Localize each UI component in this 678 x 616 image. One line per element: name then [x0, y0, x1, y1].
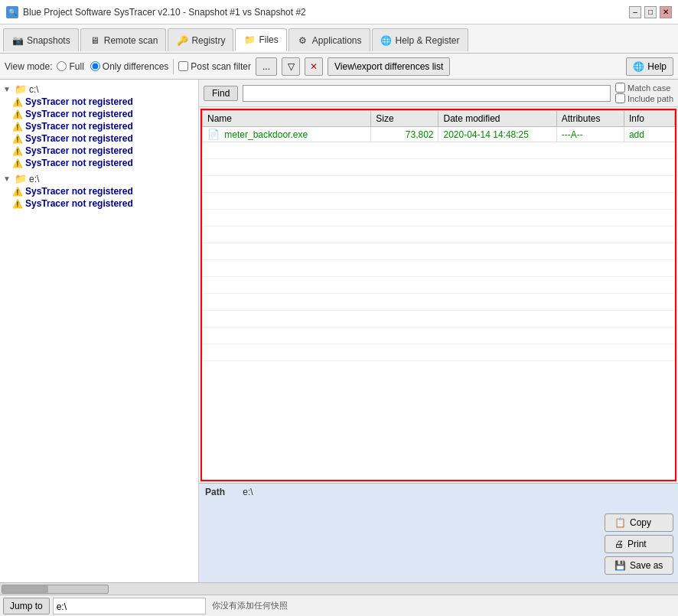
view-mode-label: View mode: — [5, 61, 52, 72]
table-row-empty-7 — [203, 243, 675, 260]
path-panel: Path e:\ 📋 Copy 🖨 Print 💾 Save as — [199, 483, 678, 582]
applications-icon: ⚙ — [297, 34, 309, 47]
scrollbar-track[interactable] — [2, 585, 109, 594]
find-input[interactable] — [243, 85, 611, 102]
file-exe-icon: 📄 — [207, 129, 220, 140]
file-info-value: add — [629, 129, 644, 140]
warning-icon: ⚠️ — [12, 134, 23, 144]
table-row-empty-11 — [203, 311, 675, 328]
file-name-value: meter_backdoor.exe — [224, 129, 308, 140]
table-row-empty-12 — [203, 328, 675, 344]
save-icon: 💾 — [614, 560, 626, 571]
warning-icon: ⚠️ — [12, 158, 23, 168]
file-size-value: 73,802 — [406, 129, 434, 140]
files-icon: 📁 — [243, 34, 256, 46]
tab-snapshots[interactable]: 📷 Snapshots — [3, 28, 79, 51]
tab-help[interactable]: 🌐 Help & Register — [372, 28, 468, 51]
tree-item-c-child-2[interactable]: ⚠️ SysTracer not registered — [0, 108, 198, 120]
tree-label-e1: SysTracer not registered — [25, 186, 133, 197]
view-mode-radio-group: Full Only differences — [57, 61, 168, 72]
tree-item-e-child-2[interactable]: ⚠️ SysTracer not registered — [0, 197, 198, 210]
save-as-button[interactable]: 💾 Save as — [605, 556, 673, 575]
radio-differences[interactable]: Only differences — [90, 61, 169, 72]
view-export-button[interactable]: View\export differences list — [328, 57, 450, 76]
table-row-empty-2 — [203, 159, 675, 176]
print-icon: 🖨 — [614, 539, 624, 549]
close-button[interactable]: ✕ — [660, 6, 672, 18]
warning-icon: ⚠️ — [12, 122, 23, 132]
warning-icon: ⚠️ — [12, 97, 23, 107]
tab-applications-label: Applications — [312, 35, 362, 46]
table-row-empty-1 — [203, 142, 675, 159]
toolbar: View mode: Full Only differences Post sc… — [0, 54, 678, 80]
ellipsis-button[interactable]: ... — [256, 57, 277, 76]
table-row-empty-5 — [203, 210, 675, 227]
tree-label-c1: SysTracer not registered — [25, 96, 133, 107]
col-header-size: Size — [371, 111, 438, 127]
tree-item-c-child-6[interactable]: ⚠️ SysTracer not registered — [0, 157, 198, 169]
warning-icon: ⚠️ — [12, 146, 23, 156]
tab-applications[interactable]: ⚙ Applications — [288, 28, 370, 51]
right-panel: Find Match case Include path — [199, 80, 678, 582]
maximize-button[interactable]: □ — [644, 6, 657, 18]
warning-icon: ⚠️ — [12, 109, 23, 119]
file-attr-value: ---A-- — [562, 129, 583, 140]
app-icon: 🔍 — [6, 6, 18, 18]
file-table-wrapper: Name Size Date modified Attributes Info … — [200, 109, 676, 481]
window-title: Blue Project Software SysTracer v2.10 - … — [23, 7, 306, 18]
table-row[interactable]: 📄 meter_backdoor.exe 73,802 2020-04-14 1… — [203, 127, 675, 142]
table-row-empty-9 — [203, 277, 675, 294]
tab-registry-label: Registry — [191, 35, 225, 46]
folder-icon-e: 📁 — [15, 173, 27, 184]
tree-item-c-drive[interactable]: ▼ 📁 c:\ — [0, 83, 198, 96]
remote-scan-icon: 🖥 — [89, 34, 101, 47]
match-case-checkbox[interactable]: Match case — [615, 83, 673, 93]
print-button[interactable]: 🖨 Print — [605, 535, 673, 553]
warning-icon: ⚠️ — [12, 199, 23, 209]
scrollbar-thumb[interactable] — [2, 585, 48, 593]
table-row-empty-8 — [203, 260, 675, 277]
radio-full[interactable]: Full — [57, 61, 83, 72]
tab-files[interactable]: 📁 Files — [235, 28, 286, 51]
clear-filter-button[interactable]: ✕ — [305, 57, 323, 76]
file-date-value: 2020-04-14 14:48:25 — [443, 129, 528, 140]
tree-item-e-child-1[interactable]: ⚠️ SysTracer not registered — [0, 185, 198, 197]
tree-toggle-c[interactable]: ▼ — [3, 85, 12, 93]
tree-label-c6: SysTracer not registered — [25, 158, 133, 168]
copy-button[interactable]: 📋 Copy — [605, 513, 673, 532]
tab-registry[interactable]: 🔑 Registry — [168, 28, 233, 51]
help-toolbar-icon: 🌐 — [633, 61, 644, 72]
find-checkboxes: Match case Include path — [615, 83, 673, 103]
menu-bar: 📷 Snapshots 🖥 Remote scan 🔑 Registry 📁 F… — [0, 24, 678, 54]
path-label: Path — [205, 487, 225, 497]
tree-item-c-child-4[interactable]: ⚠️ SysTracer not registered — [0, 132, 198, 145]
registry-icon: 🔑 — [176, 34, 188, 47]
file-name-cell: 📄 meter_backdoor.exe — [203, 127, 371, 142]
table-row-empty-6 — [203, 227, 675, 243]
tree-label-c: c:\ — [29, 84, 39, 95]
file-info-cell: add — [624, 127, 674, 142]
current-path-display: e:\ — [53, 598, 206, 614]
include-path-checkbox[interactable]: Include path — [615, 93, 673, 103]
tree-item-e-drive[interactable]: ▼ 📁 e:\ — [0, 172, 198, 185]
horizontal-scrollbar[interactable] — [0, 582, 678, 595]
table-row-empty-4 — [203, 193, 675, 210]
tree-item-c-child-3[interactable]: ⚠️ SysTracer not registered — [0, 120, 198, 132]
minimize-button[interactable]: – — [629, 6, 641, 18]
post-scan-filter-checkbox[interactable]: Post scan filter — [178, 61, 251, 72]
file-table-scroll[interactable]: Name Size Date modified Attributes Info … — [202, 110, 675, 361]
find-button[interactable]: Find — [204, 86, 238, 101]
jump-to-button[interactable]: Jump to — [3, 598, 50, 614]
tree-item-c-child-5[interactable]: ⚠️ SysTracer not registered — [0, 145, 198, 157]
file-size-cell: 73,802 — [371, 127, 438, 142]
copy-icon: 📋 — [614, 517, 626, 528]
tab-remote-scan[interactable]: 🖥 Remote scan — [80, 28, 167, 51]
title-bar: 🔍 Blue Project Software SysTracer v2.10 … — [0, 0, 678, 24]
tree-item-c-child-1[interactable]: ⚠️ SysTracer not registered — [0, 96, 198, 108]
tree-label-e2: SysTracer not registered — [25, 198, 133, 209]
tree-label-e: e:\ — [29, 174, 39, 184]
tab-files-label: Files — [259, 34, 278, 45]
filter-button[interactable]: ▽ — [282, 57, 300, 76]
help-toolbar-button[interactable]: 🌐 Help — [626, 57, 673, 76]
tree-toggle-e[interactable]: ▼ — [3, 174, 12, 183]
